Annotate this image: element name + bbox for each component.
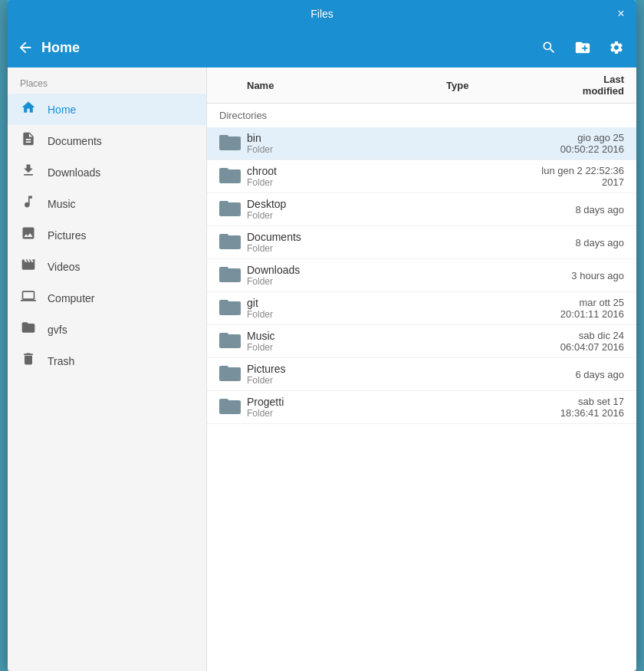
file-name-col: bin Folder: [247, 132, 419, 155]
file-subtype: Folder: [247, 243, 419, 254]
file-name: chroot: [247, 165, 419, 177]
file-name-col: Documents Folder: [247, 231, 419, 254]
settings-button[interactable]: [606, 37, 627, 58]
search-button[interactable]: [538, 37, 560, 58]
table-row[interactable]: Pictures Folder 6 days ago: [207, 358, 636, 391]
new-folder-icon: [574, 39, 591, 56]
home-icon: [20, 100, 37, 119]
titlebar: Files ×: [8, 0, 636, 28]
file-modified: sab set 17 18:36:41 2016: [541, 396, 624, 419]
folder-icon: [20, 320, 37, 339]
file-name-col: Music Folder: [247, 330, 419, 353]
file-subtype: Folder: [247, 144, 419, 155]
file-icon: [219, 265, 247, 285]
file-icon: [219, 199, 247, 219]
new-folder-button[interactable]: [572, 37, 593, 58]
file-icon: [219, 133, 247, 153]
back-icon: [17, 39, 34, 56]
file-subtype: Folder: [247, 309, 419, 320]
file-subtype: Folder: [247, 177, 419, 188]
file-modified: 8 days ago: [541, 204, 624, 215]
table-row[interactable]: Progetti Folder sab set 17 18:36:41 2016: [207, 391, 636, 424]
col-modified-header: Last modified: [569, 74, 624, 97]
sidebar-label-pictures: Pictures: [48, 229, 87, 242]
file-modified: 3 hours ago: [541, 270, 624, 281]
sidebar-label-gvfs: gvfs: [48, 324, 67, 336]
file-modified: lun gen 2 22:52:36 2017: [541, 165, 624, 188]
file-icon: [219, 364, 247, 384]
table-row[interactable]: git Folder mar ott 25 20:01:11 2016: [207, 292, 636, 325]
table-row[interactable]: Downloads Folder 3 hours ago: [207, 259, 636, 292]
sidebar-item-videos[interactable]: Videos: [8, 251, 206, 282]
table-row[interactable]: Desktop Folder 8 days ago: [207, 193, 636, 226]
file-name: Pictures: [247, 363, 419, 375]
file-subtype: Folder: [247, 342, 419, 353]
file-name: git: [247, 297, 419, 309]
table-row[interactable]: bin Folder gio ago 25 00:50:22 2016: [207, 127, 636, 160]
sidebar-item-documents[interactable]: Documents: [8, 125, 206, 156]
file-icon: [219, 232, 247, 252]
file-subtype: Folder: [247, 276, 419, 287]
sidebar-item-music[interactable]: Music: [8, 188, 206, 219]
file-subtype: Folder: [247, 408, 419, 419]
trash-icon: [20, 351, 37, 370]
headerbar: Home: [8, 28, 636, 67]
file-name: Documents: [247, 231, 419, 243]
file-icon: [219, 166, 247, 186]
settings-icon: [609, 40, 624, 55]
sidebar-item-downloads[interactable]: Downloads: [8, 156, 206, 188]
computer-icon: [20, 288, 37, 308]
file-modified: gio ago 25 00:50:22 2016: [541, 132, 624, 155]
file-name-col: Desktop Folder: [247, 198, 419, 221]
file-name: Music: [247, 330, 419, 342]
file-modified: mar ott 25 20:01:11 2016: [541, 297, 624, 320]
music-icon: [20, 194, 37, 213]
file-list-header: Name Type Last modified: [207, 67, 636, 104]
file-modified: 8 days ago: [541, 237, 624, 248]
file-name-col: Downloads Folder: [247, 264, 419, 287]
sidebar-label-home: Home: [48, 104, 76, 116]
sidebar-label-downloads: Downloads: [48, 166, 100, 179]
file-name: Desktop: [247, 198, 419, 210]
file-modified: sab dic 24 06:04:07 2016: [541, 330, 624, 353]
file-icon: [219, 397, 247, 417]
section-directories: Directories: [207, 104, 636, 127]
pictures-icon: [20, 225, 37, 245]
file-name: Progetti: [247, 396, 419, 408]
titlebar-title: Files: [310, 8, 334, 20]
search-icon: [541, 40, 557, 55]
file-name: bin: [247, 132, 419, 144]
file-list: Name Type Last modified Directories bin …: [207, 67, 636, 671]
sidebar-item-trash[interactable]: Trash: [8, 345, 206, 377]
sidebar-label-computer: Computer: [48, 292, 94, 304]
file-modified: 6 days ago: [541, 369, 624, 380]
close-button[interactable]: ×: [613, 6, 629, 21]
file-name: Downloads: [247, 264, 419, 276]
table-row[interactable]: chroot Folder lun gen 2 22:52:36 2017: [207, 160, 636, 193]
sidebar-label-videos: Videos: [48, 261, 80, 273]
file-name-col: chroot Folder: [247, 165, 419, 188]
file-name-col: git Folder: [247, 297, 419, 320]
sidebar-item-computer[interactable]: Computer: [8, 282, 206, 314]
table-row[interactable]: Music Folder sab dic 24 06:04:07 2016: [207, 325, 636, 358]
col-type-header: Type: [446, 80, 569, 91]
sidebar-item-pictures[interactable]: Pictures: [8, 219, 206, 251]
documents-icon: [20, 131, 37, 150]
back-button[interactable]: [17, 39, 34, 56]
file-subtype: Folder: [247, 210, 419, 221]
file-name-col: Progetti Folder: [247, 396, 419, 419]
header-title: Home: [41, 40, 538, 56]
sidebar-label-documents: Documents: [48, 135, 102, 147]
sidebar: Places Home Documents Download: [8, 67, 207, 671]
sidebar-section-label: Places: [8, 74, 206, 94]
files-window: Files × Home: [8, 0, 636, 671]
videos-icon: [20, 257, 37, 276]
sidebar-item-home[interactable]: Home: [8, 94, 206, 125]
table-row[interactable]: Documents Folder 8 days ago: [207, 226, 636, 259]
sidebar-label-music: Music: [48, 198, 76, 210]
file-name-col: Pictures Folder: [247, 363, 419, 386]
header-actions: [538, 37, 627, 58]
main-content: Places Home Documents Download: [8, 67, 636, 671]
sidebar-item-gvfs[interactable]: gvfs: [8, 314, 206, 345]
col-name-header: Name: [247, 80, 446, 91]
